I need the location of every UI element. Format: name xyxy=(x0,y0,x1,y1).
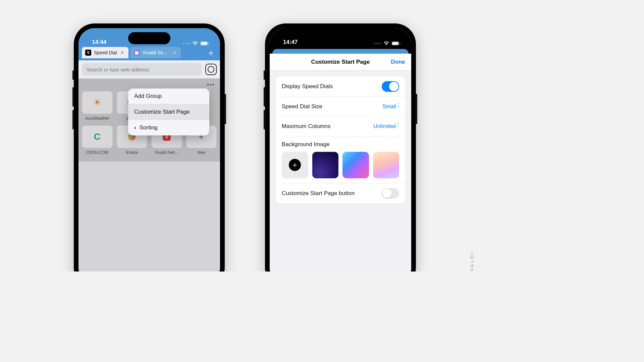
status-time: 14:44 xyxy=(92,39,106,46)
phone-mockup-left: 14:44 V Speed Dial ✕ ▣ Vivaldi Socia… ✕ xyxy=(74,23,225,272)
battery-icon xyxy=(200,41,209,46)
row-speed-dial-size[interactable]: Speed Dial Size Small ˄˅ xyxy=(276,97,405,116)
tab-title: Vivaldi Socia… xyxy=(143,50,169,55)
dynamic-island xyxy=(128,32,170,44)
max-columns-value: Unlimited xyxy=(373,123,396,129)
speed-dial-cdon[interactable]: C CDON.COM xyxy=(82,125,113,155)
search-input[interactable] xyxy=(82,63,202,76)
sheet-body: Display Speed Dials Speed Dial Size Smal… xyxy=(270,70,411,272)
address-bar-row xyxy=(78,60,220,78)
tab-bar: V Speed Dial ✕ ▣ Vivaldi Socia… ✕ ＋ xyxy=(78,47,220,60)
sheet-header: Customize Start Page Done xyxy=(270,54,411,70)
sheet-backdrop xyxy=(272,49,409,54)
screen-right: 14:47 Customize Start Page Done Display xyxy=(270,28,411,272)
svg-rect-1 xyxy=(201,42,207,45)
new-tab-button[interactable]: ＋ xyxy=(205,47,217,58)
bg-option-3[interactable] xyxy=(373,152,399,178)
vivaldi-watermark: VIVALDI xyxy=(469,251,475,272)
up-down-icon: ˄˅ xyxy=(397,124,399,129)
done-button[interactable]: Done xyxy=(391,59,406,65)
context-menu: Add Group Customize Start Page › Sorting xyxy=(128,88,209,135)
battery-icon xyxy=(391,41,400,46)
screen-left: 14:44 V Speed Dial ✕ ▣ Vivaldi Socia… ✕ xyxy=(78,28,220,272)
dynamic-island xyxy=(319,32,362,44)
row-customize-button: Customize Start Page button xyxy=(276,183,405,203)
row-display-speed-dials: Display Speed Dials xyxy=(276,76,405,97)
wifi-icon xyxy=(192,41,198,46)
close-icon[interactable]: ✕ xyxy=(172,50,177,55)
up-down-icon: ˄˅ xyxy=(397,104,399,109)
row-background-image: Background Image ＋ xyxy=(276,136,405,183)
tab-favicon: V xyxy=(85,50,91,56)
close-icon[interactable]: ✕ xyxy=(120,50,125,55)
tab-vivaldi-social[interactable]: ▣ Vivaldi Socia… ✕ xyxy=(130,47,181,58)
menu-sorting[interactable]: › Sorting xyxy=(128,120,209,135)
row-max-columns[interactable]: Maximum Columns Unlimited ˄˅ xyxy=(276,117,405,136)
svg-rect-5 xyxy=(399,43,400,44)
tab-title: Speed Dial xyxy=(94,50,117,55)
vivaldi-logo-icon[interactable] xyxy=(205,64,217,75)
phone-mockup-right: 14:47 Customize Start Page Done Display xyxy=(265,23,416,272)
page-title: Customize Start Page xyxy=(311,59,370,65)
settings-card: Display Speed Dials Speed Dial Size Smal… xyxy=(276,76,405,203)
speed-dial-size-value: Small xyxy=(382,104,396,110)
wifi-icon xyxy=(383,41,389,46)
tab-favicon: ▣ xyxy=(134,50,140,56)
plus-icon: ＋ xyxy=(289,159,301,171)
bg-add-button[interactable]: ＋ xyxy=(282,152,308,178)
cellular-icon xyxy=(374,43,381,44)
bg-option-2[interactable] xyxy=(342,152,369,178)
toggle-customize-button[interactable] xyxy=(382,188,399,199)
more-menu-button[interactable]: ••• xyxy=(82,80,217,89)
status-time: 14:47 xyxy=(283,39,298,46)
speed-dial-accuweather[interactable]: ☀ AccuWeather xyxy=(82,91,113,121)
chevron-right-icon: › xyxy=(134,124,136,131)
menu-customize-start-page[interactable]: Customize Start Page xyxy=(128,104,209,120)
toggle-display-speed-dials[interactable] xyxy=(382,81,399,92)
bg-option-1[interactable] xyxy=(312,152,339,178)
cellular-icon xyxy=(183,43,190,44)
svg-rect-2 xyxy=(208,43,209,44)
svg-rect-4 xyxy=(392,42,398,45)
start-page: ••• ☀ AccuWeather m Vivaldi C CDON.COM xyxy=(78,78,220,162)
menu-add-group[interactable]: Add Group xyxy=(128,88,209,104)
tab-speed-dial[interactable]: V Speed Dial ✕ xyxy=(82,47,128,58)
